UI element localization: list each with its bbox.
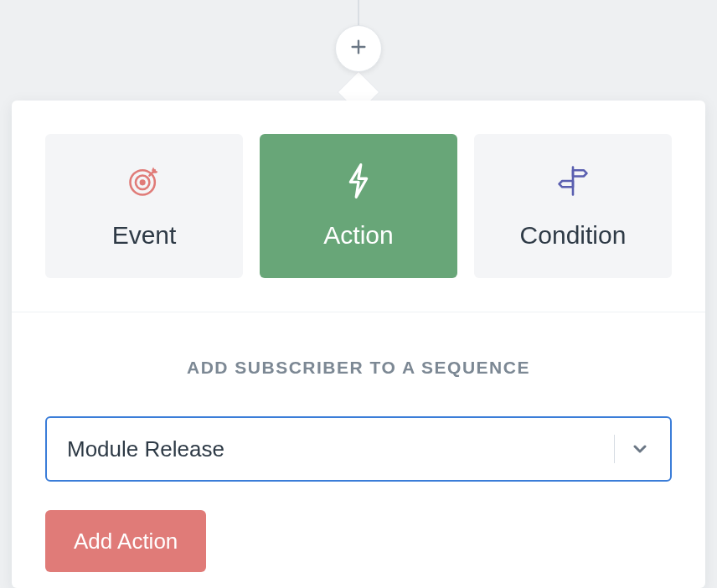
- add-action-button[interactable]: Add Action: [45, 510, 206, 572]
- lightning-icon: [344, 162, 373, 203]
- tab-action-label: Action: [323, 221, 393, 250]
- connector-line: [358, 0, 359, 25]
- tab-condition-label: Condition: [520, 221, 627, 250]
- automation-panel: Event Action Condition ADD SUBSCRIBER TO: [12, 101, 705, 588]
- add-action-button-label: Add Action: [74, 529, 178, 554]
- tab-condition[interactable]: Condition: [474, 134, 672, 278]
- plus-icon: [349, 38, 368, 59]
- sequence-select-value: Module Release: [67, 436, 614, 462]
- svg-point-4: [141, 181, 145, 185]
- form-title: ADD SUBSCRIBER TO A SEQUENCE: [45, 358, 672, 378]
- target-icon: [126, 162, 162, 203]
- tab-action[interactable]: Action: [260, 134, 457, 278]
- tab-event-label: Event: [112, 221, 177, 250]
- select-divider: [614, 435, 615, 463]
- chevron-down-icon: [630, 439, 650, 459]
- form-area: ADD SUBSCRIBER TO A SEQUENCE Module Rele…: [12, 312, 705, 572]
- tab-row: Event Action Condition: [12, 101, 705, 312]
- add-node-button[interactable]: [335, 25, 382, 72]
- signpost-icon: [555, 162, 591, 203]
- tab-event[interactable]: Event: [45, 134, 243, 278]
- sequence-select[interactable]: Module Release: [45, 416, 672, 482]
